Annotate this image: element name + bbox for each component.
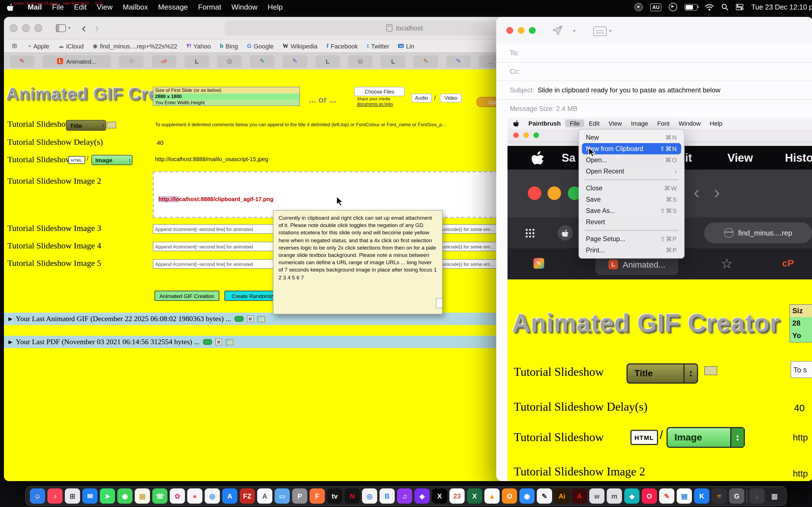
paintbrush-menu-item[interactable]: Paintbrush bbox=[524, 119, 565, 127]
menu-item[interactable]: New from Clipboard ⇧⌘N bbox=[582, 143, 681, 154]
zoom-button[interactable] bbox=[35, 24, 42, 32]
dock-icon[interactable]: ◎ bbox=[205, 489, 220, 504]
delay-input[interactable]: 40 bbox=[157, 139, 163, 146]
image-select[interactable]: Image bbox=[91, 155, 133, 165]
play-icon[interactable] bbox=[669, 3, 677, 11]
dock-icon[interactable]: ▥ bbox=[767, 489, 782, 504]
bookmark-item[interactable]: ⊞ bbox=[12, 43, 19, 49]
animated-gif-creation-button[interactable]: Animated GIF Creation bbox=[154, 291, 219, 301]
paintbrush-menu-item[interactable]: View bbox=[604, 119, 626, 127]
send-options-chevron-icon[interactable]: ▾ bbox=[573, 28, 575, 34]
minimize-button[interactable] bbox=[22, 24, 30, 32]
pinned-tab[interactable]: L bbox=[185, 55, 209, 67]
send-icon[interactable] bbox=[553, 25, 563, 37]
dock-icon[interactable]: A bbox=[222, 489, 238, 504]
dock-icon[interactable]: X bbox=[467, 489, 482, 504]
dock-icon[interactable] bbox=[747, 489, 747, 503]
disclosure-triangle-icon[interactable]: ▶ bbox=[8, 339, 12, 345]
bookmark-item[interactable]: Y! Yahoo bbox=[186, 43, 211, 49]
dock-icon[interactable]: ✎ bbox=[537, 489, 552, 504]
cc-field[interactable]: Cc: bbox=[496, 62, 812, 81]
bookmark-item[interactable]: in Lin bbox=[398, 43, 414, 49]
dock-icon[interactable]: O bbox=[642, 489, 657, 504]
bookmark-item[interactable]: ● Apple bbox=[28, 43, 49, 49]
dock-icon[interactable]: tv bbox=[327, 489, 342, 504]
pinned-tab[interactable]: ✎ bbox=[10, 55, 35, 67]
dock-icon[interactable]: ♪ bbox=[47, 489, 63, 504]
dock-icon[interactable]: ☏ bbox=[152, 489, 167, 504]
html-chip-button[interactable]: HTML bbox=[68, 156, 85, 164]
tab-animated[interactable]: L Animated... bbox=[42, 55, 111, 67]
choose-files-button[interactable]: Choose Files bbox=[354, 87, 405, 96]
bookmark-item[interactable]: f Facebook bbox=[326, 43, 358, 49]
input-source-badge[interactable]: AU bbox=[651, 3, 662, 11]
menu-item[interactable]: Page Setup... ⇧⌘P bbox=[579, 233, 684, 244]
battery-icon[interactable] bbox=[685, 4, 698, 10]
close-button[interactable] bbox=[10, 24, 17, 32]
zoom-button[interactable] bbox=[529, 27, 536, 34]
dock-icon[interactable]: ▤ bbox=[135, 489, 150, 504]
dock-icon[interactable]: ◆ bbox=[624, 489, 640, 504]
apple-menu-icon[interactable] bbox=[513, 120, 519, 127]
menu-bar-item[interactable]: Help bbox=[262, 3, 288, 11]
grid-badge-icon[interactable] bbox=[215, 339, 222, 345]
menu-item[interactable]: New ⌘N bbox=[579, 132, 684, 143]
dock-icon[interactable]: P bbox=[292, 489, 307, 504]
dock-icon[interactable]: K bbox=[694, 489, 709, 504]
photo-chip-icon[interactable] bbox=[225, 339, 234, 345]
back-button[interactable]: ‹ bbox=[82, 22, 86, 34]
pinned-tab[interactable]: ☆ bbox=[119, 55, 144, 67]
menu-bar-clock[interactable]: Tue 23 Dec 12:10 pm bbox=[751, 3, 812, 11]
dock-icon[interactable]: w bbox=[589, 489, 605, 504]
close-button[interactable] bbox=[513, 132, 519, 138]
paintbrush-menu-item[interactable]: Image bbox=[626, 119, 653, 127]
pinned-tab[interactable]: ◎ bbox=[217, 55, 242, 67]
dock-icon[interactable]: A bbox=[257, 489, 272, 504]
dock-icon[interactable]: ▭ bbox=[274, 489, 290, 504]
dock-icon[interactable]: ◎ bbox=[362, 489, 377, 504]
close-button[interactable] bbox=[506, 27, 513, 34]
dock-icon[interactable]: m bbox=[607, 489, 622, 504]
dock-icon[interactable]: ▲ bbox=[485, 489, 500, 504]
bookmark-item[interactable]: ◉ find_minus....rep+%22s%22 bbox=[93, 43, 177, 49]
dock-icon[interactable]: ⊞ bbox=[65, 489, 80, 504]
to-field[interactable]: To: bbox=[496, 44, 812, 62]
title-select[interactable]: Title bbox=[66, 120, 106, 131]
photo-chip-icon[interactable] bbox=[257, 316, 265, 322]
bookmark-item[interactable]: t Twitter bbox=[367, 43, 389, 49]
bookmark-item[interactable]: b Bing bbox=[220, 43, 238, 49]
pinned-tab[interactable]: ✎ bbox=[446, 55, 471, 67]
dock-icon[interactable]: B bbox=[379, 489, 395, 504]
dock-icon[interactable]: FZ bbox=[240, 489, 255, 504]
image1-url[interactable]: http://localhost:8888/mailto_osascript-1… bbox=[155, 156, 268, 162]
pinned-tab[interactable]: ✎ bbox=[283, 55, 307, 67]
dock-icon[interactable]: ☺ bbox=[30, 489, 45, 504]
paintbrush-menu-item[interactable]: Font bbox=[653, 119, 674, 127]
dock-icon[interactable]: ✉ bbox=[82, 489, 98, 504]
minimize-button[interactable] bbox=[518, 27, 524, 34]
green-pill-icon[interactable] bbox=[234, 316, 243, 322]
dock-icon[interactable]: G bbox=[729, 489, 744, 504]
dock-icon[interactable]: ▤ bbox=[677, 489, 692, 504]
grid-badge-icon[interactable] bbox=[247, 316, 253, 322]
menu-item[interactable]: Close ⌘W bbox=[579, 182, 684, 194]
pinned-tab[interactable]: ✎ bbox=[250, 55, 274, 67]
pinned-tab[interactable]: L bbox=[315, 55, 340, 67]
menu-item[interactable]: Revert bbox=[579, 216, 684, 228]
dock-icon[interactable]: N bbox=[345, 489, 360, 504]
pinned-tab[interactable]: cP bbox=[152, 55, 176, 67]
bookmark-item[interactable]: G Google bbox=[247, 43, 274, 49]
menu-item[interactable]: Print... ⌘P bbox=[579, 244, 684, 256]
dock-icon[interactable]: ➤ bbox=[100, 489, 115, 504]
zoom-button[interactable] bbox=[534, 132, 539, 138]
wifi-icon[interactable] bbox=[705, 4, 714, 10]
dock-icon[interactable]: ↓ bbox=[749, 489, 765, 504]
clipboard-image-link[interactable]: http://localhost:8888/clipboard_agif-17.… bbox=[158, 196, 273, 202]
dock-icon[interactable]: ◉ bbox=[117, 489, 133, 504]
paintbrush-menu-item[interactable]: Edit bbox=[584, 119, 604, 127]
menu-item[interactable] bbox=[585, 230, 678, 231]
menu-item[interactable]: Save As... ⇧⌘S bbox=[579, 205, 684, 216]
paintbrush-menu-item[interactable]: File bbox=[565, 119, 584, 127]
chevron-down-icon[interactable]: ▾ bbox=[68, 25, 70, 31]
green-pill-icon[interactable] bbox=[203, 339, 212, 345]
